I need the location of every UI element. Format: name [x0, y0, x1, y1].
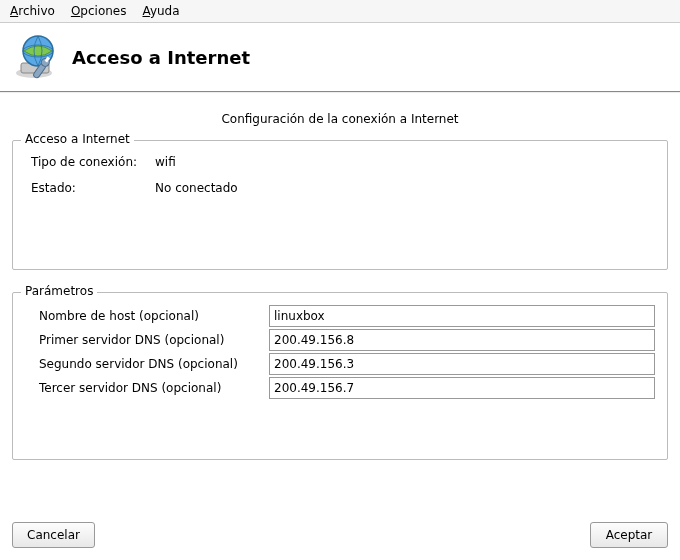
- connection-type-row: Tipo de conexión: wifi: [31, 155, 655, 169]
- menu-help[interactable]: Ayuda: [142, 4, 179, 18]
- page-title: Acceso a Internet: [72, 47, 250, 68]
- content: Configuración de la conexión a Internet …: [0, 92, 680, 460]
- hostname-row: Nombre de host (opcional): [25, 305, 655, 327]
- dns1-row: Primer servidor DNS (opcional): [25, 329, 655, 351]
- dns2-row: Segundo servidor DNS (opcional): [25, 353, 655, 375]
- dns2-label: Segundo servidor DNS (opcional): [39, 357, 269, 371]
- params-legend: Parámetros: [21, 284, 97, 298]
- status-value: No conectado: [155, 181, 238, 195]
- dns3-row: Tercer servidor DNS (opcional): [25, 377, 655, 399]
- header: Acceso a Internet: [0, 23, 680, 92]
- globe-wrench-icon: [14, 33, 62, 81]
- access-fieldset: Acceso a Internet Tipo de conexión: wifi…: [12, 140, 668, 270]
- menu-file[interactable]: Archivo: [10, 4, 55, 18]
- connection-type-label: Tipo de conexión:: [31, 155, 155, 169]
- hostname-label: Nombre de host (opcional): [39, 309, 269, 323]
- accept-button[interactable]: Aceptar: [590, 522, 668, 548]
- dns3-input[interactable]: [269, 377, 655, 399]
- dns1-input[interactable]: [269, 329, 655, 351]
- connection-type-value: wifi: [155, 155, 176, 169]
- dns3-label: Tercer servidor DNS (opcional): [39, 381, 269, 395]
- button-bar: Cancelar Aceptar: [12, 522, 668, 548]
- access-legend: Acceso a Internet: [21, 132, 134, 146]
- dns1-label: Primer servidor DNS (opcional): [39, 333, 269, 347]
- menu-options[interactable]: Opciones: [71, 4, 127, 18]
- dns2-input[interactable]: [269, 353, 655, 375]
- params-fieldset: Parámetros Nombre de host (opcional) Pri…: [12, 292, 668, 460]
- hostname-input[interactable]: [269, 305, 655, 327]
- cancel-button[interactable]: Cancelar: [12, 522, 95, 548]
- status-label: Estado:: [31, 181, 155, 195]
- menubar: Archivo Opciones Ayuda: [0, 0, 680, 23]
- status-row: Estado: No conectado: [31, 181, 655, 195]
